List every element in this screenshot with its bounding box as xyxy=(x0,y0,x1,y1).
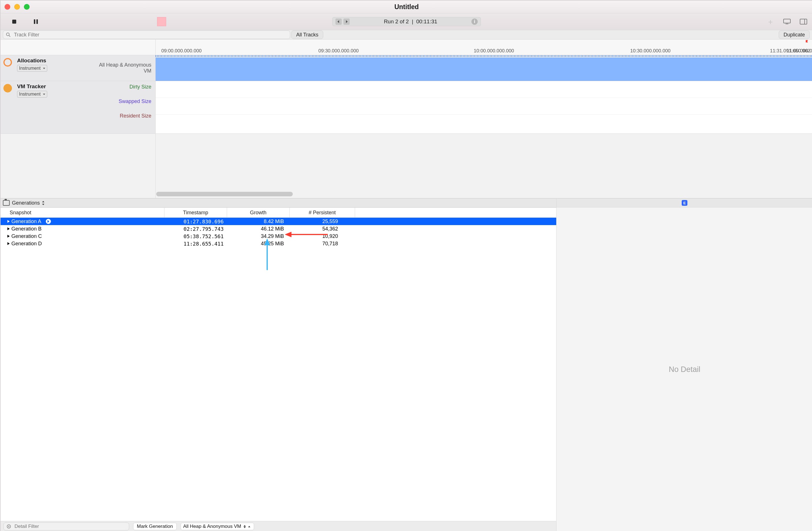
flag-icon xyxy=(806,40,809,44)
up-down-chevron-icon xyxy=(42,201,44,205)
info-icon[interactable]: i xyxy=(472,18,478,25)
track-filter-field[interactable] xyxy=(3,30,290,39)
vm-tracker-track[interactable]: VM Tracker Instrument Dirty Size Swapped… xyxy=(1,81,812,134)
scrollbar-thumb[interactable] xyxy=(156,192,293,196)
ruler-tick-end: 11:31.091.650.962 xyxy=(770,48,810,54)
disclosure-icon[interactable] xyxy=(8,235,10,238)
vm-tracker-graph[interactable] xyxy=(156,81,812,133)
svg-marker-7 xyxy=(285,232,291,237)
prev-run-button[interactable] xyxy=(335,18,342,25)
time-ruler[interactable]: 09:00.000.000.000 09:30.000.000.000 10:0… xyxy=(1,40,812,55)
close-window-button[interactable] xyxy=(4,4,10,10)
generation-growth: 8.42 MiB xyxy=(227,218,290,225)
display-mode-button[interactable] xyxy=(782,16,792,27)
generation-timestamp: 11:28.655.411 xyxy=(164,241,227,247)
annotation-arrow-red xyxy=(285,230,328,239)
svg-rect-2 xyxy=(800,19,807,24)
timeline-scrollbar[interactable] xyxy=(156,192,812,196)
allocations-track-name: Allocations xyxy=(17,57,91,64)
generation-persistent: 25,559 xyxy=(290,218,355,225)
inspector-panel: E No Detail xyxy=(556,199,812,531)
svg-point-11 xyxy=(8,526,10,527)
svg-line-5 xyxy=(9,35,11,37)
detail-filter-field[interactable] xyxy=(3,522,129,530)
annotation-arrow-blue xyxy=(263,239,272,270)
detail-view-label: Generations xyxy=(12,200,40,206)
ruler-tick: 09:30.000.000.000 xyxy=(318,48,359,54)
minimize-window-button[interactable] xyxy=(14,4,20,10)
run-status-pill: Run 2 of 2 | 00:11:31 i xyxy=(332,17,481,26)
stop-button[interactable] xyxy=(9,16,19,27)
col-growth[interactable]: Growth xyxy=(227,208,290,217)
vm-tracker-instrument-selector[interactable]: Instrument xyxy=(17,91,47,98)
generation-name: Generation B xyxy=(11,226,42,232)
detail-panel: Generations Snapshot Timestamp Growth # … xyxy=(1,199,556,531)
allocations-region xyxy=(156,57,812,81)
ruler-tick: 10:30.000.000.000 xyxy=(630,48,671,54)
no-detail-label: No Detail xyxy=(556,207,812,531)
extended-detail-badge[interactable]: E xyxy=(682,200,687,206)
next-run-button[interactable] xyxy=(344,18,350,25)
process-swatch[interactable] xyxy=(157,17,166,26)
svg-point-4 xyxy=(6,33,10,36)
zoom-window-button[interactable] xyxy=(24,4,30,10)
allocations-track[interactable]: Allocations Instrument All Heap & Anonym… xyxy=(1,55,812,81)
detail-view-selector[interactable]: Generations xyxy=(12,200,44,206)
allocations-graph[interactable] xyxy=(156,55,812,81)
allocations-sparkline xyxy=(156,55,812,57)
table-row[interactable]: Generation D11:28.655.41145.25 MiB70,718 xyxy=(1,240,556,247)
generation-persistent: 70,718 xyxy=(290,241,355,247)
camera-icon xyxy=(3,200,10,206)
scope-selector[interactable]: All Heap & Anonymous VM xyxy=(181,523,254,530)
dirty-size-row xyxy=(156,81,812,98)
detail-filter-input[interactable] xyxy=(14,523,126,530)
table-row[interactable]: Generation B02:27.795.74346.12 MiB54,362 xyxy=(1,225,556,232)
table-header[interactable]: Snapshot Timestamp Growth # Persistent xyxy=(1,207,556,218)
window-title: Untitled xyxy=(394,3,419,11)
allocations-instrument-selector[interactable]: Instrument xyxy=(17,65,47,72)
vm-tracker-track-icon xyxy=(3,84,12,92)
col-snapshot[interactable]: Snapshot xyxy=(1,208,164,217)
generation-timestamp: 05:38.752.561 xyxy=(164,233,227,239)
timeline-area: 09:00.000.000.000 09:30.000.000.000 10:0… xyxy=(1,40,812,199)
ruler-tick: 10:00.000.000.000 xyxy=(474,48,514,54)
disclosure-icon[interactable] xyxy=(8,242,10,245)
swapped-size-row xyxy=(156,98,812,115)
svg-rect-1 xyxy=(785,24,788,24)
focus-button[interactable] xyxy=(46,219,51,224)
generation-growth: 45.25 MiB xyxy=(227,241,290,247)
pause-icon xyxy=(34,19,38,24)
detail-footer: Mark Generation All Heap & Anonymous VM xyxy=(1,521,556,531)
filter-bar: All Tracks Duplicate xyxy=(1,30,812,40)
add-button[interactable]: ＋ xyxy=(765,16,775,27)
generation-growth: 46.12 MiB xyxy=(227,226,290,232)
stop-icon xyxy=(12,20,16,24)
generation-growth: 34.29 MiB xyxy=(227,233,290,239)
resident-size-row xyxy=(156,115,812,131)
dirty-size-label: Dirty Size xyxy=(97,84,151,90)
all-tracks-button[interactable]: All Tracks xyxy=(291,30,323,39)
pause-button[interactable] xyxy=(31,16,41,27)
duplicate-button[interactable]: Duplicate xyxy=(779,30,810,39)
table-row[interactable]: Generation A01:27.830.6968.42 MiB25,559 xyxy=(1,218,556,225)
run-status-text: Run 2 of 2 | 00:11:31 xyxy=(350,18,472,25)
svg-marker-9 xyxy=(265,239,270,245)
svg-rect-0 xyxy=(784,19,791,23)
track-filter-input[interactable] xyxy=(13,32,287,38)
mark-generation-button[interactable]: Mark Generation xyxy=(133,523,177,530)
col-persistent[interactable]: # Persistent xyxy=(290,208,355,217)
window-controls xyxy=(4,4,30,10)
disclosure-icon[interactable] xyxy=(8,220,10,223)
monitor-icon xyxy=(783,19,791,25)
generations-table: Snapshot Timestamp Growth # Persistent G… xyxy=(1,207,556,521)
app-window: Untitled Run 2 of 2 | 00:11:31 i ＋ xyxy=(0,0,812,531)
disclosure-icon[interactable] xyxy=(8,227,10,230)
allocations-track-icon xyxy=(3,58,12,67)
col-timestamp[interactable]: Timestamp xyxy=(164,208,227,217)
timeline-blank-area xyxy=(1,134,812,198)
settings-icon xyxy=(6,524,11,529)
toolbar: Run 2 of 2 | 00:11:31 i ＋ xyxy=(1,13,812,30)
inspector-toggle-button[interactable] xyxy=(798,16,809,27)
table-row[interactable]: Generation C05:38.752.56134.29 MiB10,920 xyxy=(1,232,556,240)
detail-split: Generations Snapshot Timestamp Growth # … xyxy=(1,199,812,531)
